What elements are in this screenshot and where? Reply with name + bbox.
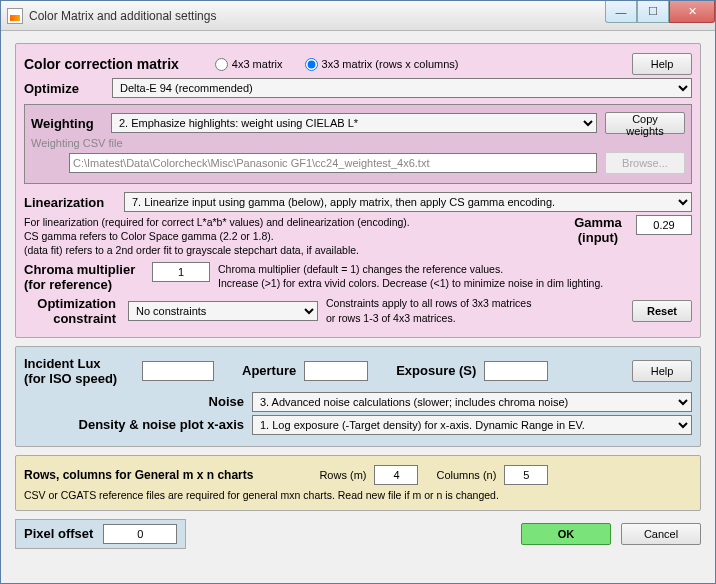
- browse-button: Browse...: [605, 152, 685, 174]
- optimize-select[interactable]: Delta-E 94 (recommended): [112, 78, 692, 98]
- radio-4x3-label: 4x3 matrix: [232, 58, 283, 70]
- reset-button[interactable]: Reset: [632, 300, 692, 322]
- exposure-help-button[interactable]: Help: [632, 360, 692, 382]
- radio-4x3-input[interactable]: [215, 58, 228, 71]
- minimize-button[interactable]: —: [605, 1, 637, 23]
- aperture-input[interactable]: [304, 361, 368, 381]
- optimize-label: Optimize: [24, 81, 104, 96]
- gamma-input[interactable]: [636, 215, 692, 235]
- radio-3x3-input[interactable]: [305, 58, 318, 71]
- close-button[interactable]: ✕: [669, 1, 715, 23]
- chroma-multiplier-input[interactable]: [152, 262, 210, 282]
- pixel-offset-box: Pixel offset: [15, 519, 186, 549]
- general-charts-note: CSV or CGATS reference files are require…: [24, 488, 692, 502]
- copy-weights-button[interactable]: Copy weights: [605, 112, 685, 134]
- ccm-header: Color correction matrix: [24, 56, 179, 72]
- chroma-notes: Chroma multiplier (default = 1) changes …: [218, 262, 692, 290]
- pixel-offset-input[interactable]: [103, 524, 177, 544]
- window-title: Color Matrix and additional settings: [29, 9, 605, 23]
- help-button[interactable]: Help: [632, 53, 692, 75]
- columns-label: Columns (n): [436, 469, 496, 481]
- ok-button[interactable]: OK: [521, 523, 611, 545]
- radio-3x3-matrix[interactable]: 3x3 matrix (rows x columns): [305, 58, 459, 71]
- chroma-multiplier-label: Chroma multiplier (for reference): [24, 262, 144, 292]
- radio-4x3-matrix[interactable]: 4x3 matrix: [215, 58, 283, 71]
- optimization-constraint-select[interactable]: No constraints: [128, 301, 318, 321]
- weighting-csv-label: Weighting CSV file: [31, 137, 123, 149]
- weighting-csv-input: [69, 153, 597, 173]
- chroma-note-2: Increase (>1) for extra vivid colors. De…: [218, 276, 692, 290]
- linearization-notes: For linearization (required for correct …: [24, 215, 560, 258]
- weighting-select[interactable]: 2. Emphasize highlights: weight using CI…: [111, 113, 597, 133]
- exposure-label: Exposure (S): [396, 363, 476, 378]
- general-charts-group: Rows, columns for General m x n charts R…: [15, 455, 701, 511]
- optimization-constraint-label: Optimization constraint: [24, 296, 120, 326]
- rows-input[interactable]: [374, 465, 418, 485]
- optimization-constraint-note: Constraints apply to all rows of 3x3 mat…: [326, 296, 624, 324]
- density-label: Density & noise plot x-axis: [24, 417, 244, 432]
- titlebar: Color Matrix and additional settings — ☐…: [1, 1, 715, 31]
- linearization-label: Linearization: [24, 195, 116, 210]
- noise-label: Noise: [24, 394, 244, 409]
- app-icon: [7, 8, 23, 24]
- lin-note-3: (data fit) refers to a 2nd order fit to …: [24, 243, 560, 257]
- density-select[interactable]: 1. Log exposure (-Target density) for x-…: [252, 415, 692, 435]
- window-frame: Color Matrix and additional settings — ☐…: [0, 0, 716, 584]
- exposure-noise-group: Incident Lux (for ISO speed) Aperture Ex…: [15, 346, 701, 447]
- exposure-input[interactable]: [484, 361, 548, 381]
- pixel-offset-label: Pixel offset: [24, 526, 93, 541]
- lin-note-2: CS gamma refers to Color Space gamma (2.…: [24, 229, 560, 243]
- aperture-label: Aperture: [242, 363, 296, 378]
- weighting-label: Weighting: [31, 116, 103, 131]
- gamma-label: Gamma (input): [568, 215, 628, 245]
- lin-note-1: For linearization (required for correct …: [24, 215, 560, 229]
- incident-lux-label: Incident Lux (for ISO speed): [24, 356, 134, 386]
- linearization-select[interactable]: 7. Linearize input using gamma (below), …: [124, 192, 692, 212]
- weighting-box: Weighting 2. Emphasize highlights: weigh…: [24, 104, 692, 184]
- chroma-note-1: Chroma multiplier (default = 1) changes …: [218, 262, 692, 276]
- incident-lux-input[interactable]: [142, 361, 214, 381]
- rows-label: Rows (m): [319, 469, 366, 481]
- color-correction-matrix-group: Color correction matrix 4x3 matrix 3x3 m…: [15, 43, 701, 338]
- cancel-button[interactable]: Cancel: [621, 523, 701, 545]
- columns-input[interactable]: [504, 465, 548, 485]
- maximize-button[interactable]: ☐: [637, 1, 669, 23]
- noise-select[interactable]: 3. Advanced noise calculations (slower; …: [252, 392, 692, 412]
- radio-3x3-label: 3x3 matrix (rows x columns): [322, 58, 459, 70]
- general-charts-title: Rows, columns for General m x n charts: [24, 468, 253, 482]
